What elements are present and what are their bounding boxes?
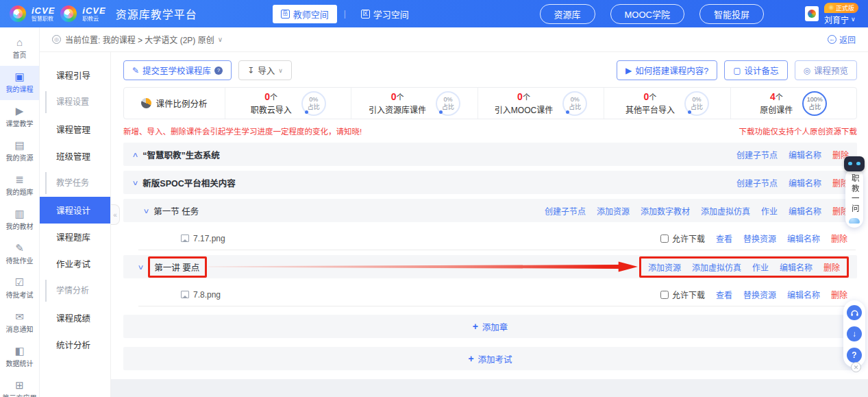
robot-assistant-icon[interactable] <box>844 156 865 171</box>
allow-download-checkbox[interactable]: 允许下载 <box>660 232 705 244</box>
tab-learning-space[interactable]: 区 学习空间 <box>353 5 417 23</box>
sidebar-item-classroom-teaching[interactable]: ▶ 课堂教学 <box>0 100 39 134</box>
sidebar-item-notifications[interactable]: ✉ 消息通知 <box>0 306 39 340</box>
add-virtual-simulation-link[interactable]: 添加虚拟仿真 <box>701 205 750 217</box>
sidebar-item-data-statistics[interactable]: ◧ 数据统计 <box>0 340 39 374</box>
edit-name-link[interactable]: 编辑名称 <box>789 205 821 217</box>
statistics-icon: ◧ <box>14 346 24 356</box>
add-exam-button[interactable]: + 添加考试 <box>123 347 857 370</box>
import-caret-icon: ∨ <box>278 67 283 74</box>
menu-class-management[interactable]: 班级管理 <box>40 143 110 169</box>
add-resource-link[interactable]: 添加资源 <box>597 205 630 217</box>
smart-cast-button[interactable]: 智能投屏 <box>699 4 764 24</box>
breadcrumb-caret-icon[interactable]: ∨ <box>218 36 223 43</box>
replace-resource-link[interactable]: 替换资源 <box>743 232 776 244</box>
toolbar: ✎ 提交至学校课程库 ? ↧ 导入 ∨ ▶ 如何搭建课程内容? <box>123 60 857 80</box>
add-virtual-simulation-link[interactable]: 添加虚拟仿真 <box>692 261 741 273</box>
classroom-icon: ▶ <box>16 106 24 116</box>
app-shortcut-icon[interactable] <box>805 6 819 21</box>
delete-link[interactable]: 删除 <box>831 289 847 300</box>
learning-space-icon: 区 <box>361 10 370 19</box>
view-link[interactable]: 查看 <box>716 232 732 244</box>
gauge-1: 0%占比 <box>436 91 460 116</box>
pie-chart-icon <box>141 98 151 108</box>
sidebar-item-home[interactable]: ⌂ 首页 <box>0 32 39 66</box>
view-link[interactable]: 查看 <box>716 289 732 300</box>
edit-name-link[interactable]: 编辑名称 <box>789 149 821 160</box>
mooc-academy-button[interactable]: MOOC学院 <box>610 4 684 24</box>
menu-collapse-handle[interactable]: « <box>111 204 120 225</box>
menu-section-teaching-tasks: 教学任务 <box>45 172 110 194</box>
allow-download-input[interactable] <box>660 234 669 243</box>
delete-link[interactable]: 删除 <box>831 232 847 244</box>
add-digital-textbook-link[interactable]: 添加数字教材 <box>641 205 690 217</box>
gauge-0: 0%占比 <box>301 91 326 116</box>
edit-icon: ✎ <box>132 67 139 75</box>
space-nav: 岳 教师空间 | 区 学习空间 <box>273 5 417 23</box>
caret-down-icon[interactable]: ∨ <box>132 179 139 187</box>
sidebar-item-third-party-apps[interactable]: ⊞ 第三方应用 <box>0 374 39 397</box>
menu-homework-exams[interactable]: 作业考试 <box>40 250 110 277</box>
course-menu: 课程引导 课程设置 课程管理 班级管理 教学任务 课程设计 课程题库 作业考试 … <box>40 52 111 397</box>
sidebar-item-my-resources[interactable]: ▤ 我的资源 <box>0 134 39 169</box>
tab-teacher-space[interactable]: 岳 教师空间 <box>273 5 337 23</box>
quick-actions-pill: ↓ ? <box>843 300 865 368</box>
question-icon[interactable]: ? <box>847 348 862 363</box>
user-area[interactable]: 正式版 刘育宁 ∨ <box>805 3 858 25</box>
eye-icon: ◎ <box>804 67 810 75</box>
replace-resource-link[interactable]: 替换资源 <box>743 289 776 300</box>
sidebar-item-my-question-bank[interactable]: ≣ 我的题库 <box>0 169 39 203</box>
back-button[interactable]: ← 返回 <box>828 34 856 45</box>
close-widget-icon[interactable]: ✕ <box>851 362 861 372</box>
help-circle-icon[interactable]: ? <box>214 67 223 75</box>
create-child-node-link[interactable]: 创建子节点 <box>545 205 586 217</box>
caret-up-icon[interactable]: ∧ <box>132 151 139 158</box>
design-memo-button[interactable]: ▢ 设计备忘 <box>724 60 787 80</box>
caret-down-icon[interactable]: ∨ <box>143 207 150 215</box>
menu-course-question-bank[interactable]: 课程题库 <box>40 224 110 250</box>
add-resource-link[interactable]: 添加资源 <box>648 261 681 273</box>
customer-service-icon[interactable] <box>847 305 862 320</box>
create-child-node-link[interactable]: 创建子节点 <box>736 149 778 160</box>
add-chapter-button[interactable]: + 添加章 <box>123 315 857 338</box>
edit-name-link[interactable]: 编辑名称 <box>789 177 821 189</box>
download-icon[interactable]: ↓ <box>847 326 862 341</box>
edit-name-link[interactable]: 编辑名称 <box>787 232 820 244</box>
submit-to-school-library-button[interactable]: ✎ 提交至学校课程库 ? <box>123 60 232 80</box>
create-child-node-link[interactable]: 创建子节点 <box>736 177 778 189</box>
platform-title: 资源库教学平台 <box>116 5 197 22</box>
assistant-widget[interactable]: 职教一问 <box>843 156 866 228</box>
plus-icon: + <box>473 321 478 332</box>
edit-name-link[interactable]: 编辑名称 <box>787 289 820 300</box>
teacher-space-icon: 岳 <box>281 10 290 19</box>
menu-course-grades[interactable]: 课程成绩 <box>40 304 110 331</box>
allow-download-checkbox[interactable]: 允许下载 <box>660 289 705 300</box>
menu-course-management[interactable]: 课程管理 <box>40 116 110 143</box>
image-file-icon <box>181 291 189 298</box>
import-icon: ↧ <box>247 67 254 75</box>
user-name[interactable]: 刘育宁 ∨ <box>824 14 858 25</box>
caret-down-icon[interactable]: ∨ <box>138 263 145 271</box>
section-row-task: ∨ 第一节 任务 创建子节点 添加资源 添加数字教材 添加虚拟仿真 作业 编辑名… <box>123 199 857 222</box>
menu-course-guide[interactable]: 课程引导 <box>40 62 110 88</box>
sidebar-item-my-textbooks[interactable]: ▥ 我的教材 <box>0 203 39 237</box>
icve-zhijiaoyun-logo-icon <box>60 5 77 22</box>
import-button[interactable]: ↧ 导入 ∨ <box>238 60 292 80</box>
course-preview-button[interactable]: ◎ 课程预览 <box>795 60 858 80</box>
sidebar-item-my-courses[interactable]: ▣ 我的课程 <box>0 66 39 100</box>
edit-name-link[interactable]: 编辑名称 <box>780 261 813 273</box>
menu-course-design[interactable]: 课程设计 <box>40 197 110 224</box>
how-to-build-button[interactable]: ▶ 如何搭建课程内容? <box>617 60 717 80</box>
sidebar-item-pending-exams[interactable]: ☑ 待批考试 <box>0 272 39 306</box>
message-icon: ✉ <box>15 311 24 322</box>
homework-link[interactable]: 作业 <box>761 205 778 217</box>
resource-library-button[interactable]: 资源库 <box>540 4 595 24</box>
image-file-icon <box>181 234 189 242</box>
sidebar-item-pending-homework[interactable]: ✎ 待批作业 <box>0 237 39 272</box>
delete-link[interactable]: 删除 <box>823 261 840 273</box>
homework-link[interactable]: 作业 <box>752 261 769 273</box>
stat-mooc-import: 0个 引入MOOC课件 0%占比 <box>478 88 604 119</box>
menu-statistical-analysis[interactable]: 统计分析 <box>40 331 110 358</box>
homework-icon: ✎ <box>15 243 24 253</box>
allow-download-input[interactable] <box>660 291 669 299</box>
